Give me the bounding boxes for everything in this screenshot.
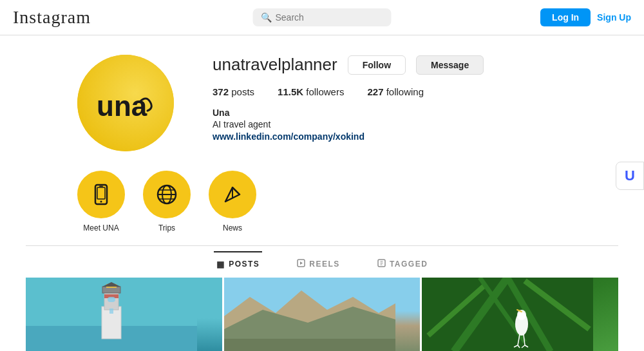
profile-info: unatravelplanner Follow Message 372 post… [213, 55, 605, 142]
header: Instagram 🔍 Log In Sign Up [0, 0, 644, 35]
svg-rect-23 [108, 297, 115, 302]
svg-marker-13 [300, 261, 303, 265]
story-circle-meet-una [77, 171, 125, 218]
story-meet-una[interactable]: Meet UNA [77, 171, 125, 232]
tabs-row: ▦ POSTS REELS TAGGED [0, 246, 644, 276]
header-actions: Log In Sign Up [540, 8, 631, 26]
tab-tagged[interactable]: TAGGED [375, 251, 430, 276]
reels-tab-icon [297, 259, 305, 269]
story-circle-news [209, 171, 256, 218]
side-app-button[interactable]: U [616, 162, 644, 190]
bio-name: Una [213, 108, 605, 118]
posts-grid [0, 276, 644, 351]
tab-posts-label: POSTS [229, 260, 260, 269]
lighthouse-svg [26, 278, 197, 351]
side-app-icon-label: U [625, 167, 635, 184]
search-input[interactable] [276, 12, 385, 23]
svg-rect-28 [224, 339, 395, 351]
phone-icon [89, 182, 113, 207]
post-thumb-mountain[interactable] [224, 278, 421, 351]
search-icon: 🔍 [261, 12, 272, 23]
follow-button[interactable]: Follow [348, 55, 406, 75]
posts-stat: 372 posts [213, 86, 254, 97]
svg-text:una: una [97, 90, 147, 122]
login-button[interactable]: Log In [540, 8, 591, 26]
profile-top-row: unatravelplanner Follow Message [213, 55, 605, 75]
bird-svg [422, 278, 593, 351]
tab-reels[interactable]: REELS [294, 251, 343, 276]
username: unatravelplanner [213, 55, 337, 75]
mountain-svg [224, 278, 395, 351]
story-trips[interactable]: Trips [143, 171, 191, 232]
svg-rect-2 [97, 187, 105, 199]
send-icon [220, 182, 245, 207]
bio-desc: AI travel agent [213, 119, 605, 129]
story-news[interactable]: News [209, 171, 256, 232]
una-logo-svg: una [93, 84, 158, 122]
tab-tagged-label: TAGGED [390, 260, 428, 269]
avatar-inner: una [77, 55, 174, 151]
story-label-trips: Trips [158, 223, 175, 232]
story-circle-trips [143, 171, 191, 218]
followers-stat: 11.5K followers [278, 86, 344, 97]
avatar: una [77, 55, 174, 151]
bio-link[interactable]: www.linkedin.com/company/xokind [213, 131, 365, 142]
globe-icon [155, 182, 179, 207]
following-stat: 227 following [367, 86, 424, 97]
message-button[interactable]: Message [416, 55, 484, 75]
tab-reels-label: REELS [309, 260, 340, 269]
profile-section: una unatravelplanner Follow Message 372 … [0, 35, 644, 164]
svg-rect-4 [99, 186, 103, 187]
post-thumb-bird[interactable] [422, 278, 618, 351]
search-bar[interactable]: 🔍 [253, 8, 392, 26]
tagged-tab-icon [377, 259, 386, 269]
posts-tab-icon: ▦ [216, 260, 225, 269]
signup-button[interactable]: Sign Up [597, 12, 631, 23]
tab-posts[interactable]: ▦ POSTS [214, 251, 263, 276]
profile-stats: 372 posts 11.5K followers 227 following [213, 86, 605, 97]
svg-point-3 [100, 201, 102, 203]
story-label-news: News [223, 223, 242, 232]
stories-section: Meet UNA Trips News [0, 164, 644, 239]
post-thumb-lighthouse[interactable] [26, 278, 222, 351]
instagram-logo: Instagram [13, 7, 91, 28]
story-label-meet-una: Meet UNA [83, 223, 118, 232]
svg-rect-24 [109, 308, 113, 314]
